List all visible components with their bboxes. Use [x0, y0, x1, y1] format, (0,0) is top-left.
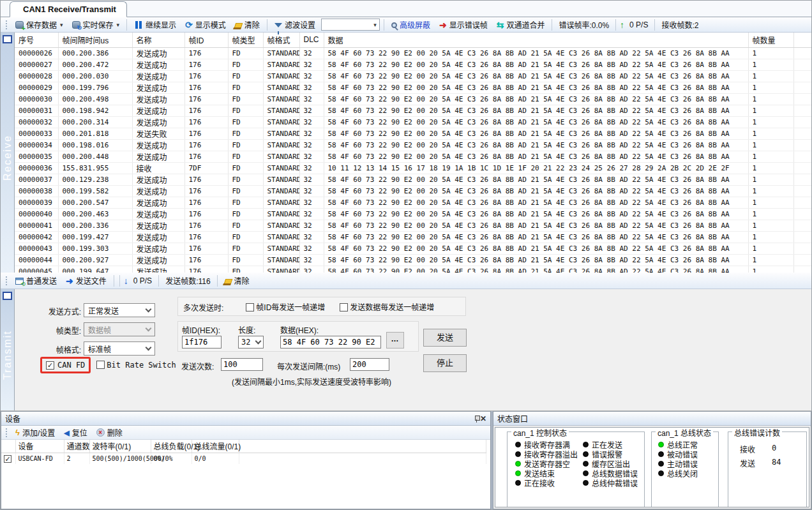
table-row[interactable]: 00000028000.200.030发送成功176FDSTANDARD3258…: [15, 70, 811, 82]
table-row[interactable]: 00000030000.200.498发送成功176FDSTANDARD3258…: [15, 93, 811, 105]
led-dot: [583, 480, 589, 486]
table-row[interactable]: 00000031000.198.942发送成功176FDSTANDARD3258…: [15, 105, 811, 116]
send-file-button[interactable]: ➜ 发送文件: [63, 274, 110, 287]
pin-icon[interactable]: [474, 415, 480, 423]
transmit-tab-label[interactable]: Transmit: [2, 300, 13, 410]
tab-can1-receive-transmit[interactable]: CAN1 Receive/Transmit: [10, 1, 127, 17]
close-icon[interactable]: ✕: [480, 414, 486, 423]
table-row[interactable]: 00000042000.199.427发送成功176FDSTANDARD3258…: [15, 231, 811, 243]
status-led-item: 总线数据错误: [583, 469, 638, 478]
led-dot: [515, 442, 521, 447]
toolbar-grip[interactable]: [5, 276, 8, 286]
save-data-button[interactable]: 保存数据 ▾: [12, 18, 66, 31]
table-row[interactable]: 00000032000.200.314发送成功176FDSTANDARD3258…: [15, 116, 811, 128]
led-dot: [658, 442, 664, 447]
continue-display-button[interactable]: 继续显示: [131, 18, 179, 31]
col-header[interactable]: 帧间隔时间us: [58, 33, 132, 47]
realtime-save-button[interactable]: 实时保存 ▾: [69, 18, 123, 31]
led-dot: [515, 451, 521, 457]
lightning-icon: ϟ: [15, 428, 20, 437]
col-header[interactable]: 通道数: [64, 440, 89, 453]
data-hex-input[interactable]: [280, 336, 381, 349]
restore-window-icon[interactable]: [3, 35, 12, 43]
col-header[interactable]: 帧数量: [748, 33, 793, 47]
table-row[interactable]: 00000039000.200.547发送成功176FDSTANDARD3258…: [15, 197, 811, 208]
table-row[interactable]: 00000044000.200.927发送成功176FDSTANDARD3258…: [15, 254, 811, 266]
sent-frame-count: 发送帧数:116: [163, 275, 213, 286]
advanced-mask-button[interactable]: 高级屏蔽: [388, 18, 433, 31]
filter-settings-button[interactable]: 滤波设置: [271, 18, 319, 31]
right-arrow-icon: ➜: [66, 276, 73, 285]
table-row[interactable]: 00000033000.201.818发送失败176FDSTANDARD3258…: [15, 128, 811, 139]
normal-send-button[interactable]: 普通发送: [12, 274, 60, 287]
status-led-item: 正在接收: [515, 478, 578, 488]
delete-button[interactable]: × 删除: [93, 426, 126, 439]
dual-channel-merge-button[interactable]: ⇆ 双通道合并: [493, 18, 548, 31]
device-row[interactable]: USBCAN-FD 2 500(500)/1000(5000) 0%/0% 0/…: [1, 453, 486, 464]
status-panel-titlebar: 状态窗口: [493, 412, 811, 426]
save-data-dropdown-icon[interactable]: ▾: [60, 22, 63, 28]
toolbar-separator: [126, 19, 127, 31]
bit-rate-switch-label: Bit Rate Switch: [107, 361, 176, 370]
bus-status-group: can_1 总线状态 总线正常被动错误主动错误总线关闭: [651, 431, 719, 507]
id-increment-checkbox[interactable]: [246, 303, 254, 311]
bit-rate-switch-checkbox[interactable]: [96, 361, 105, 369]
display-mode-button[interactable]: ⟳ 显示模式: [182, 18, 229, 31]
col-header[interactable]: 波特率(0/1): [89, 440, 151, 453]
status-led-item: 正在发送: [583, 440, 638, 449]
filter-preset-combo[interactable]: ▾: [321, 19, 380, 31]
device-panel-titlebar: 设备 ✕: [1, 412, 490, 426]
col-header[interactable]: 数据: [324, 33, 748, 47]
col-header[interactable]: 帧ID: [184, 33, 228, 47]
frame-id-input[interactable]: [182, 336, 222, 349]
col-header[interactable]: 帧格式: [263, 33, 299, 47]
status-led-item: 被动错误: [658, 449, 698, 459]
col-header[interactable]: 总线负载(0/1): [151, 440, 192, 453]
col-header[interactable]: 总线流量(0/1): [192, 440, 239, 453]
table-row[interactable]: 00000040000.200.463发送成功176FDSTANDARD3258…: [15, 208, 811, 220]
data-increment-checkbox[interactable]: [340, 303, 348, 311]
col-header[interactable]: 序号: [15, 33, 58, 47]
table-row[interactable]: 00000043000.199.303发送成功176FDSTANDARD3258…: [15, 243, 811, 254]
col-header[interactable]: 帧类型: [228, 33, 263, 47]
table-row[interactable]: 00000045000.199.647发送成功176FDSTANDARD3258…: [15, 266, 811, 273]
clear-button[interactable]: 清除: [232, 18, 263, 31]
length-combo[interactable]: 32: [238, 336, 264, 349]
table-row[interactable]: 00000037000.129.238发送成功176FDSTANDARD3258…: [15, 174, 811, 185]
interval-input[interactable]: [350, 358, 389, 371]
transmit-clear-button[interactable]: 清除: [222, 274, 253, 287]
table-row[interactable]: 00000036155.831.955接收7DFFDSTANDARD3210 1…: [15, 162, 811, 174]
show-error-frames-button[interactable]: ➜ 显示错误帧: [436, 18, 491, 31]
table-row[interactable]: 00000026000.200.386发送成功176FDSTANDARD3258…: [15, 47, 811, 59]
realtime-save-dropdown-icon[interactable]: ▾: [117, 22, 120, 28]
more-data-button[interactable]: …: [386, 332, 404, 349]
restore-window-icon[interactable]: [3, 292, 12, 300]
col-header[interactable]: DLC: [299, 33, 324, 47]
bottom-docks: 设备 ✕ ϟ 添加/设置 ◀ 复位 × 删除: [1, 411, 811, 509]
table-row[interactable]: 00000027000.200.472发送成功176FDSTANDARD3258…: [15, 59, 811, 70]
add-settings-button[interactable]: ϟ 添加/设置: [12, 426, 58, 439]
send-count-input[interactable]: [221, 358, 263, 371]
frame-type-combo[interactable]: 数据帧: [84, 322, 155, 336]
table-row[interactable]: 00000034000.198.016发送成功176FDSTANDARD3258…: [15, 139, 811, 151]
table-row[interactable]: 00000035000.200.448发送成功176FDSTANDARD3258…: [15, 151, 811, 162]
interval-label: 每次发送间隔:(ms): [277, 361, 340, 371]
send-mode-combo[interactable]: 正常发送: [84, 303, 155, 317]
send-button[interactable]: 发送: [423, 329, 467, 347]
reset-button[interactable]: ◀ 复位: [61, 426, 90, 439]
can-fd-checkbox[interactable]: [46, 361, 54, 370]
col-header[interactable]: 名称: [132, 33, 184, 47]
col-header[interactable]: 设备: [15, 440, 64, 453]
table-row[interactable]: 00000041000.200.336发送成功176FDSTANDARD3258…: [15, 220, 811, 231]
led-dot: [658, 470, 664, 476]
device-enabled-checkbox[interactable]: [4, 455, 11, 463]
table-row[interactable]: 00000029000.199.796发送成功176FDSTANDARD3258…: [15, 82, 811, 93]
stop-button[interactable]: 停止: [423, 354, 467, 372]
receive-side-strip: Receive: [1, 33, 15, 273]
frame-format-combo[interactable]: 标准帧: [84, 341, 155, 356]
toolbar-grip[interactable]: [5, 20, 8, 30]
table-row[interactable]: 00000038000.199.582发送成功176FDSTANDARD3258…: [15, 185, 811, 197]
rx-error-count: 接收 0: [740, 444, 776, 454]
toolbar-grip[interactable]: [5, 428, 8, 438]
receive-tab-label[interactable]: Receive: [2, 43, 13, 273]
